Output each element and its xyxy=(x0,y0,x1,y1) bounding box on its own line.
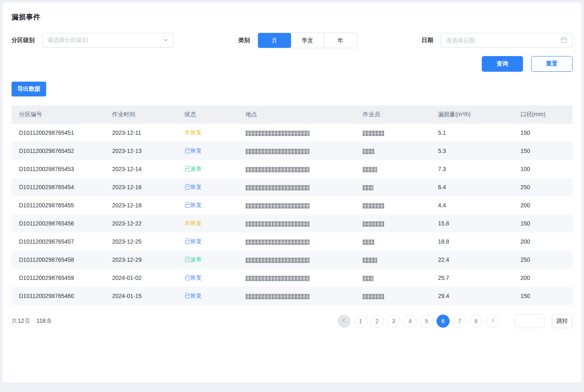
export-row: 导出数据 xyxy=(12,82,572,96)
cell-diameter: 150 xyxy=(513,287,572,305)
cell-status: 未恢复 xyxy=(177,214,238,232)
cell-work-time: 2023-12-14 xyxy=(105,160,177,178)
table-row: D10112002987654592024-01-02已恢复25.7200 xyxy=(12,269,572,287)
page-button-8[interactable]: 8 xyxy=(469,315,483,328)
column-header: 地点 xyxy=(238,106,355,124)
date-label: 日期 xyxy=(422,37,433,44)
cell-work-time: 2023-12-25 xyxy=(105,232,177,251)
cell-partition-id: D1011200298765459 xyxy=(12,269,105,287)
leak-events-table: 分区编号作业时间状态地点作业员漏损量(m³/h)口径(mm) D10112002… xyxy=(12,106,572,305)
cell-partition-id: D1011200298765452 xyxy=(12,142,105,160)
prev-page-button[interactable] xyxy=(338,315,351,328)
page-button-1[interactable]: 1 xyxy=(354,315,367,328)
cell-location-redacted xyxy=(238,160,355,178)
redacted-text xyxy=(246,221,310,227)
table-row: D10112002987654602024-01-15已恢复29.4150 xyxy=(12,287,572,305)
cell-operator-redacted xyxy=(355,214,430,232)
table-row: D10112002987654532023-12-14已派单7.3100 xyxy=(12,160,572,178)
cell-partition-id: D1011200298765458 xyxy=(12,251,105,269)
page-button-4[interactable]: 4 xyxy=(403,315,417,328)
cell-operator-redacted xyxy=(355,124,430,142)
cell-leakage: 25.7 xyxy=(431,269,513,287)
page-button-5[interactable]: 5 xyxy=(420,315,433,328)
cell-work-time: 2023-12-11 xyxy=(105,124,177,142)
redacted-text xyxy=(363,185,373,190)
cell-partition-id: D1011200298765457 xyxy=(12,232,105,251)
cell-diameter: 250 xyxy=(513,251,572,269)
cell-location-redacted xyxy=(238,251,355,269)
date-picker[interactable] xyxy=(441,33,572,48)
table-row: D10112002987654582023-12-29已派单22.4250 xyxy=(12,251,572,269)
page-button-6[interactable]: 6 xyxy=(436,315,450,328)
cell-work-time: 2023-12-18 xyxy=(105,196,177,214)
category-option-年[interactable]: 年 xyxy=(324,33,357,48)
cell-location-redacted xyxy=(238,124,355,142)
date-input[interactable] xyxy=(446,37,561,44)
search-button[interactable]: 查询 xyxy=(482,56,523,72)
cell-status: 未恢复 xyxy=(177,124,238,142)
category-option-季度[interactable]: 季度 xyxy=(291,33,324,48)
cell-location-redacted xyxy=(238,287,355,305)
cell-operator-redacted xyxy=(355,269,430,287)
cell-work-time: 2023-12-29 xyxy=(105,251,177,269)
page-jump-input[interactable] xyxy=(515,314,544,328)
action-row: 查询 重置 xyxy=(12,56,572,72)
redacted-text xyxy=(363,276,373,281)
table-row: D10112002987654562023-12-22未恢复15.8150 xyxy=(12,214,572,232)
redacted-text xyxy=(246,239,310,245)
cell-location-redacted xyxy=(238,269,355,287)
redacted-text xyxy=(246,203,310,209)
cell-status: 已恢复 xyxy=(177,232,238,251)
page-title: 漏损事件 xyxy=(12,12,572,22)
category-option-月[interactable]: 月 xyxy=(258,33,291,48)
reset-button[interactable]: 重置 xyxy=(531,56,572,72)
cell-work-time: 2023-12-13 xyxy=(105,142,177,160)
cell-partition-id: D1011200298765453 xyxy=(12,160,105,178)
level-select-placeholder: 请选择分区级别 xyxy=(47,37,88,44)
cell-leakage: 7.3 xyxy=(431,160,513,178)
next-page-button[interactable] xyxy=(486,315,499,328)
cell-operator-redacted xyxy=(355,178,430,196)
redacted-text xyxy=(246,258,310,263)
cell-diameter: 250 xyxy=(513,178,572,196)
cell-leakage: 5.3 xyxy=(431,142,513,160)
redacted-text xyxy=(363,258,377,263)
cell-diameter: 150 xyxy=(513,214,572,232)
category-segmented-control: 月季度年 xyxy=(258,33,357,48)
cell-partition-id: D1011200298765455 xyxy=(12,196,105,214)
table-row: D10112002987654552023-12-18已恢复4.4200 xyxy=(12,196,572,214)
cell-leakage: 4.4 xyxy=(431,196,513,214)
pagination: 共12页118条 12345678 跳转 xyxy=(12,314,572,328)
table-row: D10112002987654512023-12-11未恢复5.1150 xyxy=(12,124,572,142)
column-header: 作业时间 xyxy=(105,106,177,124)
page-button-2[interactable]: 2 xyxy=(371,315,384,328)
level-label: 分区级别 xyxy=(12,37,35,44)
column-header: 漏损量(m³/h) xyxy=(431,106,513,124)
calendar-icon xyxy=(561,37,567,45)
cell-leakage: 15.8 xyxy=(431,214,513,232)
cell-operator-redacted xyxy=(355,251,430,269)
page-button-3[interactable]: 3 xyxy=(387,315,400,328)
cell-operator-redacted xyxy=(355,160,430,178)
filter-group-level: 分区级别 请选择分区级别 xyxy=(12,33,174,48)
filter-group-date: 日期 xyxy=(422,33,572,48)
cell-status: 已恢复 xyxy=(177,269,238,287)
table-row: D10112002987654522023-12-13已恢复5.3150 xyxy=(12,142,572,160)
redacted-text xyxy=(363,221,384,227)
level-select[interactable]: 请选择分区级别 xyxy=(42,33,174,48)
cell-leakage: 5.1 xyxy=(431,124,513,142)
redacted-text xyxy=(363,203,384,209)
cell-partition-id: D1011200298765460 xyxy=(12,287,105,305)
export-data-button[interactable]: 导出数据 xyxy=(12,82,46,96)
page-button-7[interactable]: 7 xyxy=(453,315,466,328)
cell-diameter: 200 xyxy=(513,232,572,251)
cell-diameter: 150 xyxy=(513,124,572,142)
column-header: 口径(mm) xyxy=(513,106,572,124)
cell-leakage: 29.4 xyxy=(431,287,513,305)
table-header: 分区编号作业时间状态地点作业员漏损量(m³/h)口径(mm) xyxy=(12,106,572,124)
column-header: 分区编号 xyxy=(12,106,105,124)
cell-diameter: 150 xyxy=(513,142,572,160)
page-jump-button[interactable]: 跳转 xyxy=(552,314,572,328)
cell-location-redacted xyxy=(238,178,355,196)
cell-location-redacted xyxy=(238,232,355,251)
